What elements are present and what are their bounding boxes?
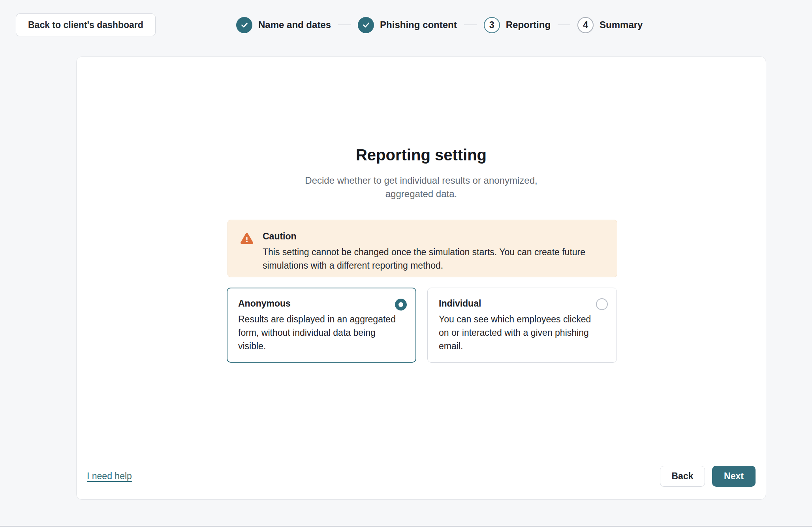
step-4-circle: 4: [577, 17, 594, 33]
option-individual-description: You can see which employees clicked on o…: [439, 312, 601, 353]
step-name-and-dates[interactable]: Name and dates: [236, 17, 331, 33]
wizard-stepper: Name and dates Phishing content 3 Report…: [236, 17, 643, 33]
wizard-footer: I need help Back Next: [77, 453, 766, 499]
step-phishing-content[interactable]: Phishing content: [358, 17, 457, 33]
step-connector: [464, 24, 477, 25]
radio-anonymous-selected[interactable]: [395, 299, 407, 311]
check-icon: [240, 21, 249, 29]
wizard-card: Reporting setting Decide whether to get …: [76, 56, 766, 500]
page-subtitle: Decide whether to get individual results…: [299, 174, 544, 201]
back-button[interactable]: Back: [660, 466, 705, 487]
step-summary[interactable]: 4 Summary: [577, 17, 643, 33]
check-icon: [362, 21, 370, 29]
next-button[interactable]: Next: [712, 466, 756, 487]
step-connector: [558, 24, 570, 25]
option-anonymous-title: Anonymous: [238, 298, 405, 309]
caution-text: Caution This setting cannot be changed o…: [263, 231, 605, 272]
caution-title: Caution: [263, 231, 605, 242]
step-reporting[interactable]: 3 Reporting: [484, 17, 551, 33]
option-card-individual[interactable]: Individual You can see which employees c…: [427, 288, 617, 363]
step-4-label: Summary: [600, 19, 643, 30]
step-1-label: Name and dates: [258, 19, 331, 30]
option-anonymous-description: Results are displayed in an aggregated f…: [238, 312, 400, 353]
step-connector: [338, 24, 351, 25]
warning-triangle-icon: [240, 232, 254, 245]
step-3-label: Reporting: [506, 19, 551, 30]
step-1-circle: [236, 17, 252, 33]
step-2-label: Phishing content: [380, 19, 457, 30]
step-2-circle: [358, 17, 374, 33]
step-4-number: 4: [583, 20, 588, 30]
back-to-dashboard-button[interactable]: Back to client's dashboard: [16, 13, 156, 36]
option-card-anonymous[interactable]: Anonymous Results are displayed in an ag…: [227, 288, 416, 363]
caution-alert: Caution This setting cannot be changed o…: [227, 220, 617, 277]
caution-body: This setting cannot be changed once the …: [263, 245, 605, 272]
radio-individual-unselected[interactable]: [596, 298, 608, 310]
reporting-options: Anonymous Results are displayed in an ag…: [227, 288, 617, 363]
step-3-number: 3: [489, 20, 494, 30]
help-link[interactable]: I need help: [87, 471, 132, 482]
option-individual-title: Individual: [439, 298, 605, 309]
page-title: Reporting setting: [77, 146, 766, 164]
step-3-circle: 3: [484, 17, 500, 33]
